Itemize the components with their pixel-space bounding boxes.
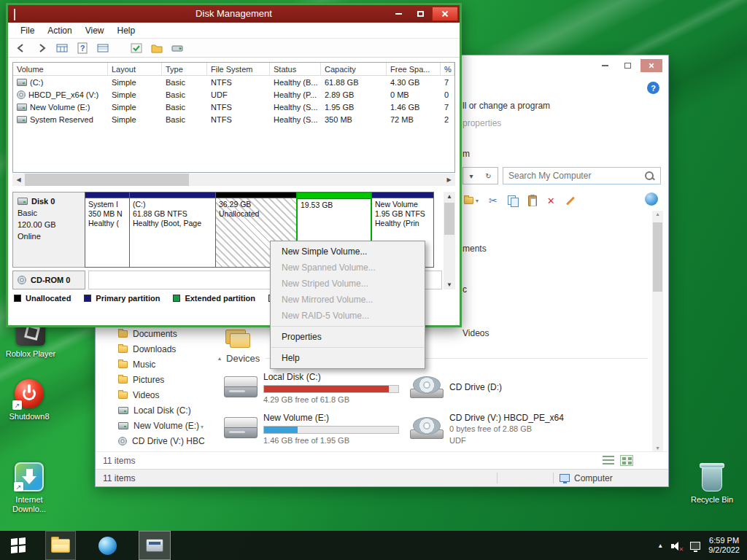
volume-row-c[interactable]: (C:) Simple Basic NTFS Healthy (B... 61.… (13, 76, 454, 88)
column-header[interactable]: Status (270, 63, 321, 75)
partition-c[interactable]: (C:) 61.88 GB NTFS Healthy (Boot, Page (129, 192, 216, 268)
scrollbar-thumb[interactable] (653, 222, 662, 292)
scroll-down-icon[interactable]: ▼ (446, 281, 452, 288)
nav-item-videos[interactable]: Videos (118, 388, 159, 402)
minimize-button[interactable] (388, 7, 409, 21)
details-view-icon[interactable] (603, 456, 614, 465)
nav-item-documents[interactable]: Documents (118, 327, 177, 341)
close-button[interactable] (432, 7, 458, 21)
search-box[interactable] (503, 167, 661, 184)
delete-icon[interactable]: ✕ (547, 196, 555, 206)
scroll-left-icon[interactable]: ◀ (12, 174, 25, 186)
help-button[interactable]: ? (647, 82, 659, 94)
menu-item-help[interactable]: Help (271, 350, 425, 366)
start-button[interactable] (0, 531, 36, 560)
content-scrollbar[interactable]: ▴ ▾ (652, 211, 663, 451)
folder-stack-icon[interactable] (225, 328, 252, 349)
desktop-icon-idm[interactable]: ↗ Internet Downlo... (0, 462, 58, 514)
horizontal-scrollbar[interactable]: ◀ ▶ (12, 174, 455, 186)
nav-item-pictures[interactable]: Pictures (118, 373, 164, 387)
network-icon[interactable] (690, 542, 700, 550)
minimize-button[interactable] (595, 59, 614, 72)
volume-muted-icon[interactable]: ✕ (671, 541, 682, 551)
drive-tile-cd-drive-v[interactable]: CD Drive (V:) HBCD_PE_x64 0 bytes free o… (410, 413, 596, 449)
back-icon[interactable] (15, 42, 27, 54)
action-check-icon[interactable] (131, 42, 142, 54)
column-header[interactable]: % (441, 63, 454, 75)
taskbar-file-explorer[interactable] (45, 531, 76, 560)
address-dropdown-icon[interactable]: ▾ (469, 172, 473, 180)
taskbar-disk-management[interactable] (139, 531, 171, 560)
drive-tile-cd-drive-d[interactable]: CD Drive (D:) (410, 372, 596, 408)
export-list-icon[interactable] (97, 42, 109, 54)
toolbar-partial-open[interactable]: m (462, 149, 470, 159)
scroll-up-icon[interactable]: ▴ (656, 211, 659, 217)
pane-scrollbar[interactable]: ▲ ▼ (444, 192, 455, 289)
forward-icon[interactable] (36, 42, 47, 54)
column-header[interactable]: Layout (108, 63, 162, 75)
scroll-right-icon[interactable]: ▶ (443, 174, 455, 186)
drive-tile-local-disk-c[interactable]: Local Disk (C:) 4.29 GB free of 61.8 GB (224, 372, 410, 408)
disk-settings-icon[interactable] (171, 42, 183, 54)
column-header[interactable]: Type (162, 63, 207, 75)
volume-row-system-reserved[interactable]: System Reserved Simple Basic NTFS Health… (13, 113, 454, 125)
thumbnails-view-icon[interactable] (620, 455, 633, 466)
column-header[interactable]: Capacity (321, 63, 387, 75)
menu-view[interactable]: View (79, 24, 111, 37)
nav-item-cd-drive-v[interactable]: CD Drive (V:) HBC (118, 434, 205, 448)
help-icon[interactable]: ? (77, 42, 88, 54)
scrollbar-thumb[interactable] (444, 203, 454, 235)
toolbar-partial-uninstall[interactable]: ll or change a program (462, 101, 550, 111)
status-bar-behind: 11 items Computer (96, 469, 668, 486)
globe-icon[interactable] (645, 192, 658, 206)
folder-partial-label[interactable]: c (462, 284, 467, 295)
title-bar[interactable]: Disk Management (8, 5, 460, 23)
menu-item-new-simple-volume[interactable]: New Simple Volume... (271, 244, 425, 260)
maximize-button[interactable] (410, 7, 430, 21)
nav-item-new-volume-e[interactable]: New Volume (E:) (118, 419, 199, 433)
desktop-icon-recycle-bin[interactable]: Recycle Bin (683, 461, 741, 505)
recycle-bin-icon (700, 461, 724, 491)
nav-item-downloads[interactable]: Downloads (118, 342, 176, 357)
scroll-up-icon[interactable]: ▲ (446, 193, 452, 200)
search-input[interactable] (503, 171, 645, 181)
volume-row-hbcd[interactable]: HBCD_PE_x64 (V:) Simple Basic UDF Health… (13, 88, 454, 101)
rename-icon[interactable] (565, 195, 576, 206)
menu-item-properties[interactable]: Properties (271, 329, 425, 345)
taskbar-clock[interactable]: 6:59 PM 9/2/2022 (708, 536, 740, 555)
address-bar-controls[interactable]: ▾ ↻ (462, 167, 498, 184)
refresh-icon[interactable]: ↻ (485, 172, 491, 180)
folder-partial-label[interactable]: Videos (462, 328, 489, 338)
column-header[interactable]: Free Spa... (387, 63, 441, 75)
volume-row-new-volume[interactable]: New Volume (E:) Simple Basic NTFS Health… (13, 101, 454, 113)
drive-tile-new-volume-e[interactable]: New Volume (E:) 1.46 GB free of 1.95 GB (224, 413, 410, 449)
maximize-button[interactable] (618, 59, 637, 72)
copy-icon[interactable] (508, 195, 518, 206)
tray-expand-icon[interactable]: ▲ (657, 542, 663, 549)
folder-partial-label[interactable]: ments (462, 244, 487, 254)
column-header[interactable]: Volume (13, 63, 108, 75)
partition-system-reserved[interactable]: System I 350 MB N Healthy ( (85, 192, 130, 268)
paste-icon[interactable] (528, 195, 537, 206)
cut-icon[interactable]: ✂ (489, 195, 498, 206)
menu-help[interactable]: Help (111, 24, 142, 37)
menu-action[interactable]: Action (41, 24, 78, 37)
scroll-down-icon[interactable]: ▾ (656, 445, 659, 451)
console-tree-icon[interactable] (56, 42, 68, 54)
organize-dropdown[interactable]: ▾ (464, 197, 479, 204)
properties-folder-icon[interactable] (151, 42, 163, 54)
disk-name: Disk 0 (31, 195, 55, 207)
disk0-info[interactable]: Disk 0 Basic 120.00 GB Online (12, 192, 85, 268)
close-button[interactable] (640, 59, 662, 72)
nav-item-local-disk-c[interactable]: Local Disk (C:) (118, 403, 191, 418)
column-header[interactable]: File System (207, 63, 270, 75)
nav-item-music[interactable]: Music (118, 357, 155, 372)
menu-file[interactable]: File (14, 24, 41, 37)
desktop-icon-shutdown8[interactable]: ↗ Shutdown8 (0, 379, 58, 421)
nav-scroll-chevron-icon[interactable]: ▾ (201, 424, 204, 430)
folder-icon (118, 361, 128, 368)
taskbar-browser[interactable] (92, 531, 123, 560)
scrollbar-thumb[interactable] (25, 174, 189, 186)
cdrom-info[interactable]: CD-ROM 0 (12, 271, 85, 289)
folder-icon (118, 330, 128, 338)
